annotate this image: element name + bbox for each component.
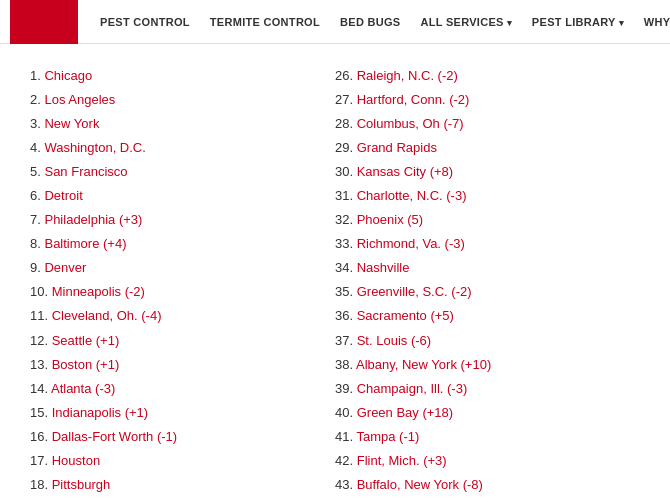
navigation: Pest ControlTermite ControlBed BugsAll S… bbox=[0, 0, 670, 44]
list-item: 32. Phoenix (5) bbox=[335, 208, 640, 232]
list-item: 31. Charlotte, N.C. (-3) bbox=[335, 184, 640, 208]
list-item: 17. Houston bbox=[30, 449, 335, 473]
nav-link-bed-bugs[interactable]: Bed Bugs bbox=[330, 16, 410, 28]
nav-links: Pest ControlTermite ControlBed BugsAll S… bbox=[90, 16, 670, 28]
list-item: 28. Columbus, Oh (-7) bbox=[335, 112, 640, 136]
nav-link-why-orkin?[interactable]: Why Orkin? bbox=[634, 16, 670, 28]
list-item: 34. Nashville bbox=[335, 256, 640, 280]
list-item: 44. Syracuse (-5) bbox=[335, 497, 640, 503]
list-item: 8. Baltimore (+4) bbox=[30, 232, 335, 256]
list-item: 27. Hartford, Conn. (-2) bbox=[335, 88, 640, 112]
list-item: 41. Tampa (-1) bbox=[335, 425, 640, 449]
list-item: 16. Dallas-Fort Worth (-1) bbox=[30, 425, 335, 449]
list-item: 38. Albany, New York (+10) bbox=[335, 353, 640, 377]
main-content: 1. Chicago2. Los Angeles3. New York4. Wa… bbox=[0, 44, 670, 503]
list-item: 37. St. Louis (-6) bbox=[335, 329, 640, 353]
list-item: 36. Sacramento (+5) bbox=[335, 304, 640, 328]
list-item: 1. Chicago bbox=[30, 64, 335, 88]
list-item: 33. Richmond, Va. (-3) bbox=[335, 232, 640, 256]
nav-link-all-services[interactable]: All Services bbox=[410, 16, 521, 28]
list-column-right: 26. Raleigh, N.C. (-2)27. Hartford, Conn… bbox=[335, 64, 640, 503]
list-item: 2. Los Angeles bbox=[30, 88, 335, 112]
list-item: 39. Champaign, Ill. (-3) bbox=[335, 377, 640, 401]
list-column-left: 1. Chicago2. Los Angeles3. New York4. Wa… bbox=[30, 64, 335, 503]
nav-link-pest-library[interactable]: Pest Library bbox=[522, 16, 634, 28]
list-item: 7. Philadelphia (+3) bbox=[30, 208, 335, 232]
list-item: 9. Denver bbox=[30, 256, 335, 280]
ranked-list: 1. Chicago2. Los Angeles3. New York4. Wa… bbox=[30, 64, 640, 503]
list-item: 4. Washington, D.C. bbox=[30, 136, 335, 160]
nav-link-termite-control[interactable]: Termite Control bbox=[200, 16, 330, 28]
list-item: 43. Buffalo, New York (-8) bbox=[335, 473, 640, 497]
list-item: 14. Atlanta (-3) bbox=[30, 377, 335, 401]
list-item: 35. Greenville, S.C. (-2) bbox=[335, 280, 640, 304]
list-item: 3. New York bbox=[30, 112, 335, 136]
list-item: 18. Pittsburgh bbox=[30, 473, 335, 497]
list-item: 5. San Francisco bbox=[30, 160, 335, 184]
list-item: 10. Minneapolis (-2) bbox=[30, 280, 335, 304]
list-item: 12. Seattle (+1) bbox=[30, 329, 335, 353]
list-item: 15. Indianapolis (+1) bbox=[30, 401, 335, 425]
nav-link-pest-control[interactable]: Pest Control bbox=[90, 16, 200, 28]
list-item: 29. Grand Rapids bbox=[335, 136, 640, 160]
list-item: 19. San Diego (+13) bbox=[30, 497, 335, 503]
list-item: 6. Detroit bbox=[30, 184, 335, 208]
list-item: 30. Kansas City (+8) bbox=[335, 160, 640, 184]
list-item: 13. Boston (+1) bbox=[30, 353, 335, 377]
list-item: 11. Cleveland, Oh. (-4) bbox=[30, 304, 335, 328]
list-item: 42. Flint, Mich. (+3) bbox=[335, 449, 640, 473]
list-item: 26. Raleigh, N.C. (-2) bbox=[335, 64, 640, 88]
list-item: 40. Green Bay (+18) bbox=[335, 401, 640, 425]
logo[interactable] bbox=[10, 0, 78, 44]
